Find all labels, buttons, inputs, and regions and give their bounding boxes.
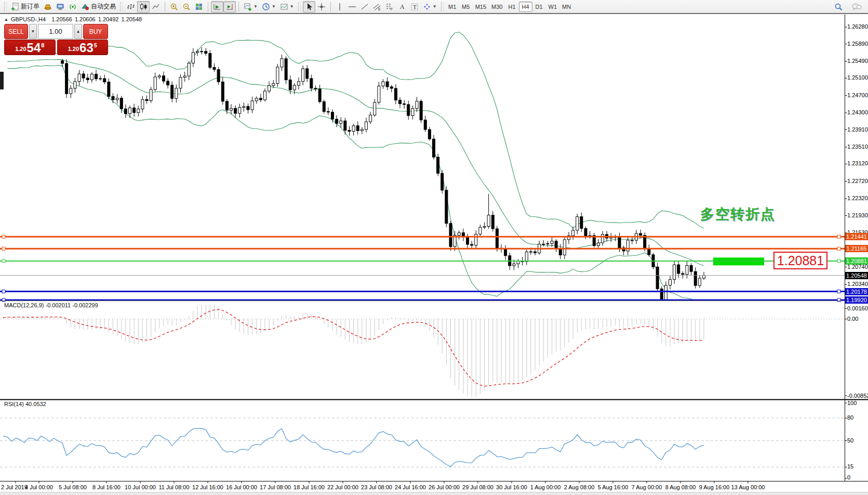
line-chart-button[interactable] bbox=[150, 1, 162, 12]
buy-button[interactable]: BUY bbox=[83, 24, 108, 39]
timeframe-mn-button[interactable]: MN bbox=[559, 2, 573, 12]
volume-input[interactable] bbox=[38, 24, 73, 39]
sell-price-display[interactable]: 1.20 54 8 bbox=[4, 40, 56, 55]
timeframe-h1-button[interactable]: H1 bbox=[505, 2, 519, 12]
trendline-button[interactable] bbox=[358, 1, 371, 12]
price-line-flag: 1.20881 bbox=[845, 257, 868, 265]
time-axis-label: 7 Aug 00:00 bbox=[629, 484, 665, 490]
buy-price-sup: 5 bbox=[94, 42, 97, 48]
buy-price-display[interactable]: 1.20 63 5 bbox=[57, 40, 109, 55]
candlestick-icon bbox=[139, 3, 148, 11]
dropdown-caret-icon: ▼ bbox=[290, 4, 294, 9]
signals-button[interactable] bbox=[66, 1, 79, 12]
timeframe-toolbar: M1M5M15M30H1H4D1W1MN bbox=[446, 2, 573, 12]
dropdown-caret-icon: ▼ bbox=[433, 4, 437, 9]
ohlc-close: 1.20548 bbox=[121, 16, 142, 22]
chat-icon bbox=[851, 3, 862, 11]
time-axis-label: 5 Jul 08:00 bbox=[55, 484, 91, 490]
search-button[interactable] bbox=[832, 1, 845, 12]
time-axis-label: 12 Jul 16:00 bbox=[190, 484, 226, 490]
ohlc-low: 1.20492 bbox=[98, 16, 119, 22]
trendline-icon bbox=[360, 3, 369, 11]
new-order-button[interactable]: 新订单 bbox=[9, 1, 42, 12]
panel-collapse-tab[interactable] bbox=[0, 72, 4, 89]
price-callout-box[interactable]: 1.20881 bbox=[773, 252, 827, 269]
svg-text:E: E bbox=[378, 7, 381, 11]
macd-values: -0.002011 -0.002299 bbox=[45, 302, 98, 308]
rsi-label: RSI(14) 40.0532 bbox=[4, 401, 46, 407]
price-line-flag: 1.21441 bbox=[845, 233, 868, 240]
time-axis-label: 8 Jul 16:00 bbox=[88, 484, 125, 490]
text-label-button[interactable]: T bbox=[408, 1, 421, 12]
volume-decrease-button[interactable]: ▼ bbox=[29, 24, 37, 39]
new-order-label: 新订单 bbox=[21, 2, 39, 11]
current-price-flag: 1.20548 bbox=[845, 272, 868, 279]
timeframe-h4-button[interactable]: H4 bbox=[519, 2, 532, 12]
time-axis-label: 5 Aug 16:00 bbox=[595, 484, 631, 490]
toolbar-grip bbox=[441, 2, 444, 11]
chart-canvas[interactable] bbox=[0, 0, 868, 495]
toolbar-grip bbox=[298, 2, 301, 11]
main-toolbar: 新订单 自动交易 bbox=[0, 0, 868, 14]
templates-button[interactable]: ▼ bbox=[278, 1, 296, 12]
time-axis-label: 16 Jul 00:00 bbox=[223, 484, 260, 490]
turning-point-annotation[interactable]: 多空转折点 bbox=[700, 205, 776, 224]
tile-windows-button[interactable] bbox=[193, 1, 205, 12]
timeframe-m1-button[interactable]: M1 bbox=[446, 2, 459, 12]
macd-axis-zero: 0.00 bbox=[847, 316, 868, 322]
toolbar-separator bbox=[330, 2, 331, 12]
channel-button[interactable]: E bbox=[371, 1, 383, 12]
autoscroll-button[interactable] bbox=[211, 1, 223, 12]
time-axis-label: 23 Jul 08:00 bbox=[358, 484, 395, 490]
rsi-axis-label: 100 bbox=[847, 400, 868, 406]
rsi-value: 40.0532 bbox=[25, 401, 46, 407]
crosshair-button[interactable] bbox=[315, 1, 328, 12]
price-tick-label: 1.23510 bbox=[847, 144, 868, 150]
fibonacci-icon: F bbox=[385, 3, 394, 11]
buy-price-prefix: 1.20 bbox=[68, 46, 79, 52]
horizontal-line-button[interactable] bbox=[346, 1, 358, 12]
time-axis-label: 26 Jul 00:00 bbox=[426, 484, 462, 490]
metaeditor-button[interactable] bbox=[54, 1, 66, 12]
cursor-button[interactable] bbox=[303, 1, 315, 12]
timeframe-m30-button[interactable]: M30 bbox=[489, 2, 505, 12]
fibonacci-button[interactable]: F bbox=[383, 1, 396, 12]
vertical-line-icon bbox=[336, 3, 344, 11]
zoom-out-button[interactable] bbox=[180, 1, 193, 12]
timeframe-w1-button[interactable]: W1 bbox=[546, 2, 560, 12]
sell-price-big: 54 bbox=[27, 42, 41, 54]
time-axis-label: 2 Aug 08:00 bbox=[561, 484, 597, 490]
chart-shift-icon bbox=[225, 3, 234, 11]
toolbar-grip bbox=[4, 2, 7, 11]
zoom-in-button[interactable] bbox=[168, 1, 180, 12]
timeframe-m5-button[interactable]: M5 bbox=[459, 2, 473, 12]
timeframe-d1-button[interactable]: D1 bbox=[532, 2, 546, 12]
chart-shift-button[interactable] bbox=[223, 1, 236, 12]
candlestick-chart-button[interactable] bbox=[137, 1, 150, 12]
profiles-button[interactable] bbox=[42, 1, 54, 12]
buy-price-big: 63 bbox=[79, 42, 94, 54]
dropdown-caret-icon: ▼ bbox=[253, 4, 258, 9]
autotrade-button[interactable]: 自动交易 bbox=[79, 1, 118, 12]
text-button[interactable]: A bbox=[396, 1, 408, 12]
time-axis-label: 8 Aug 08:00 bbox=[662, 484, 699, 490]
price-tick-label: 1.24700 bbox=[847, 92, 868, 98]
zoom-out-icon bbox=[182, 3, 191, 11]
line-chart-icon bbox=[152, 3, 160, 11]
chat-button[interactable] bbox=[849, 1, 864, 12]
vertical-line-button[interactable] bbox=[333, 1, 346, 12]
timeframe-m15-button[interactable]: M15 bbox=[473, 2, 489, 12]
text-label-icon: T bbox=[410, 3, 419, 11]
periods-button[interactable]: ▼ bbox=[260, 1, 278, 12]
time-axis-label: 17 Jul 08:00 bbox=[257, 484, 293, 490]
macd-label: MACD(12,26,9) -0.002011 -0.002299 bbox=[4, 302, 98, 308]
volume-increase-button[interactable]: ▲ bbox=[74, 24, 82, 39]
time-axis-label: 22 Jul 00:00 bbox=[325, 484, 361, 490]
sell-button[interactable]: SELL bbox=[4, 24, 28, 39]
bar-chart-button[interactable] bbox=[125, 1, 137, 12]
shapes-button[interactable]: ▼ bbox=[421, 1, 439, 12]
price-tick-label: 1.25890 bbox=[847, 41, 868, 47]
price-tick-label: 1.25490 bbox=[847, 58, 868, 64]
time-axis-label: 9 Aug 16:00 bbox=[696, 484, 732, 490]
new-chart-button[interactable]: ▼ bbox=[242, 1, 260, 12]
